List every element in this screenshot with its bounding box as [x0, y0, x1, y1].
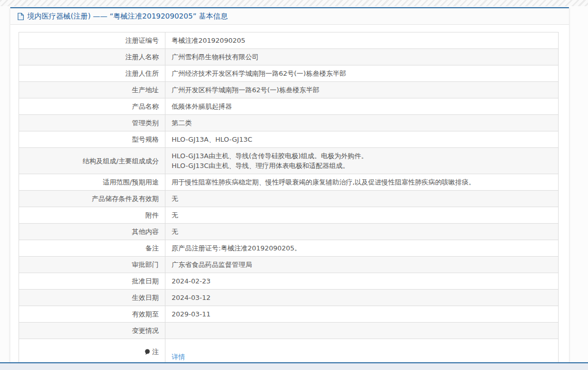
table-row-model-spec: 型号规格 HLO-GJ13A、HLO-GJ13C [19, 131, 559, 148]
row-label: 产品储存条件及有效期 [19, 191, 165, 207]
row-label: 附件 [19, 207, 165, 224]
table-row-production-address: 生产地址 广州开发区科学城南翔一路62号(一)栋叁楼东半部 [19, 82, 559, 98]
row-label: 其他内容 [19, 224, 165, 240]
table-row-registrant-address: 注册人住所 广州经济技术开发区科学城南翔一路62号(一)栋叁楼东半部 [19, 65, 559, 82]
row-value: 粤械注准20192090205 [165, 32, 559, 49]
row-value: 用于慢性阻塞性肺疾病稳定期、慢性呼吸衰竭的康复辅助治疗,以及促进慢性阻塞性肺疾病… [165, 174, 559, 191]
row-value: 2029-03-11 [165, 306, 559, 323]
table-row-product-name: 产品名称 低频体外膈肌起搏器 [19, 98, 559, 115]
row-label: 结构及组成/主要组成成分 [19, 148, 165, 174]
table-row-approval-date: 批准日期 2024-02-23 [19, 273, 559, 290]
row-value: 详情 [165, 339, 559, 365]
registration-info-table: 注册证编号 粤械注准20192090205 注册人名称 广州雪利昂生物科技有限公… [19, 32, 559, 365]
footer-bar [0, 363, 588, 370]
row-label: 注册证编号 [19, 32, 165, 49]
table-row-other-content: 其他内容 无 [19, 224, 559, 240]
row-value: 广州经济技术开发区科学城南翔一路62号(一)栋叁楼东半部 [165, 65, 559, 82]
table-row-note: 注 详情 [19, 339, 559, 365]
row-label: 注 [19, 339, 165, 365]
row-label: 生效日期 [19, 290, 165, 306]
table-row-registrant-name: 注册人名称 广州雪利昂生物科技有限公司 [19, 49, 559, 65]
row-label: 备注 [19, 240, 165, 257]
document-icon [17, 12, 24, 21]
page-top-stripes [0, 0, 588, 6]
row-label: 适用范围/预期用途 [19, 174, 165, 191]
panel-header: 境内医疗器械(注册) —— “粤械注准20192090205” 基本信息 [10, 7, 569, 25]
table-row-expiry-date: 有效期至 2029-03-11 [19, 306, 559, 323]
balloon-note-icon [144, 349, 150, 355]
row-value: 原产品注册证号:粤械注准20192090205。 [165, 240, 559, 257]
row-label: 注册人住所 [19, 65, 165, 82]
table-row-approval-department: 审批部门 广东省食品药品监督管理局 [19, 257, 559, 273]
row-value: HLO-GJ13A由主机、导线(含传导硅胶电极)组成。电极为外购件。 HLO-G… [165, 148, 559, 174]
table-row-structure-composition: 结构及组成/主要组成成分 HLO-GJ13A由主机、导线(含传导硅胶电极)组成。… [19, 148, 559, 174]
row-value: 无 [165, 191, 559, 207]
row-value [165, 323, 559, 339]
table-row-attachments: 附件 无 [19, 207, 559, 224]
table-row-reg-number: 注册证编号 粤械注准20192090205 [19, 32, 559, 49]
row-value: 2024-02-23 [165, 273, 559, 290]
registration-info-panel: 境内医疗器械(注册) —— “粤械注准20192090205” 基本信息 注册证… [10, 7, 569, 370]
detail-link[interactable]: 详情 [172, 353, 185, 361]
row-label: 管理类别 [19, 115, 165, 131]
row-value: HLO-GJ13A、HLO-GJ13C [165, 131, 559, 148]
row-label: 有效期至 [19, 306, 165, 323]
row-value: 广东省食品药品监督管理局 [165, 257, 559, 273]
table-row-remarks: 备注 原产品注册证号:粤械注准20192090205。 [19, 240, 559, 257]
row-label: 批准日期 [19, 273, 165, 290]
row-label: 生产地址 [19, 82, 165, 98]
row-label: 变更情况 [19, 323, 165, 339]
table-row-intended-use: 适用范围/预期用途 用于慢性阻塞性肺疾病稳定期、慢性呼吸衰竭的康复辅助治疗,以及… [19, 174, 559, 191]
row-label: 审批部门 [19, 257, 165, 273]
registration-table-body: 注册证编号 粤械注准20192090205 注册人名称 广州雪利昂生物科技有限公… [19, 32, 559, 365]
table-row-management-class: 管理类别 第二类 [19, 115, 559, 131]
page-title: 境内医疗器械(注册) —— “粤械注准20192090205” 基本信息 [27, 12, 228, 21]
row-value: 无 [165, 224, 559, 240]
row-label: 产品名称 [19, 98, 165, 115]
table-row-change-status: 变更情况 [19, 323, 559, 339]
row-value: 低频体外膈肌起搏器 [165, 98, 559, 115]
table-row-storage-conditions: 产品储存条件及有效期 无 [19, 191, 559, 207]
table-row-effective-date: 生效日期 2024-03-12 [19, 290, 559, 306]
note-label-text: 注 [152, 347, 159, 357]
row-value: 无 [165, 207, 559, 224]
row-value: 广州雪利昂生物科技有限公司 [165, 49, 559, 65]
row-value: 第二类 [165, 115, 559, 131]
row-value: 2024-03-12 [165, 290, 559, 306]
row-value: 广州开发区科学城南翔一路62号(一)栋叁楼东半部 [165, 82, 559, 98]
row-label: 注册人名称 [19, 49, 165, 65]
row-label: 型号规格 [19, 131, 165, 148]
